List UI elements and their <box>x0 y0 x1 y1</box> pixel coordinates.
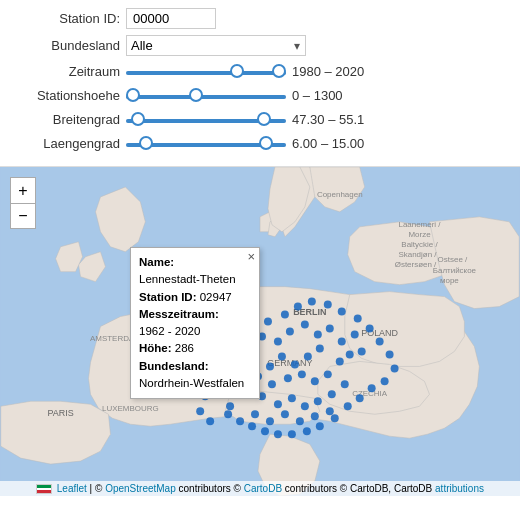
tooltip-hoehe-value: 286 <box>175 342 194 354</box>
svg-point-47 <box>301 402 309 410</box>
svg-point-38 <box>336 357 344 365</box>
tooltip-station-id: Station ID: 02947 <box>139 289 251 306</box>
svg-point-58 <box>226 402 234 410</box>
tooltip-hoehe: Höhe: 286 <box>139 340 251 357</box>
svg-point-33 <box>268 380 276 388</box>
svg-point-49 <box>328 390 336 398</box>
leaflet-flag-icon <box>36 484 52 494</box>
svg-point-27 <box>316 344 324 352</box>
map-zoom-controls: + − <box>10 177 36 229</box>
svg-point-66 <box>294 303 302 311</box>
svg-point-26 <box>351 331 359 339</box>
map-container: GERMANY BELGIUM LUXEMBOURG POLAND CZECHI… <box>0 166 520 496</box>
tooltip-name-label: Name: <box>139 256 174 268</box>
tooltip-bundesland: Bundesland: Nordrhein-Westfalen <box>139 358 251 393</box>
svg-point-82 <box>288 430 296 438</box>
zeitraum-row: Zeitraum 1980 – 2020 <box>10 62 510 80</box>
attribution-link[interactable]: attributions <box>435 483 484 494</box>
station-id-row: Station ID: <box>10 8 510 29</box>
breitengrad-range-value: 47.30 – 55.1 <box>292 112 364 127</box>
svg-text:Laanemeri /: Laanemeri / <box>398 220 441 229</box>
svg-point-39 <box>346 350 354 358</box>
svg-point-29 <box>291 360 299 368</box>
svg-point-23 <box>314 331 322 339</box>
tooltip-name-value: Lennestadt-Theten <box>139 273 236 285</box>
attribution-text: contributors © CartoDB, CartoDB <box>285 483 432 494</box>
tooltip-bundesland-value: Nordrhein-Westfalen <box>139 377 244 389</box>
svg-point-55 <box>296 417 304 425</box>
svg-point-85 <box>248 422 256 430</box>
bundesland-label: Bundesland <box>10 38 120 53</box>
svg-point-57 <box>326 407 334 415</box>
tooltip-close-button[interactable]: × <box>247 250 255 263</box>
svg-point-80 <box>316 422 324 430</box>
svg-point-89 <box>196 407 204 415</box>
svg-text:LUXEMBOURG: LUXEMBOURG <box>102 404 159 413</box>
osm-link[interactable]: OpenStreetMap <box>105 483 176 494</box>
svg-point-34 <box>284 374 292 382</box>
svg-point-46 <box>288 394 296 402</box>
laengengrad-range-value: 6.00 – 15.00 <box>292 136 364 151</box>
svg-point-30 <box>278 352 286 360</box>
tooltip-bundesland-label: Bundesland: <box>139 360 209 372</box>
breitengrad-label: Breitengrad <box>10 112 120 127</box>
laengengrad-label: Laengengrad <box>10 136 120 151</box>
svg-point-88 <box>206 417 214 425</box>
svg-point-86 <box>236 417 244 425</box>
svg-point-36 <box>311 377 319 385</box>
laengengrad-row: Laengengrad 6.00 – 15.00 <box>10 134 510 152</box>
svg-point-75 <box>381 377 389 385</box>
tooltip-messzeitraum-label: Messzeitraum: <box>139 308 219 320</box>
svg-text:Балтийское: Балтийское <box>433 266 477 275</box>
zoom-in-button[interactable]: + <box>10 177 36 203</box>
svg-point-48 <box>314 397 322 405</box>
svg-point-56 <box>311 412 319 420</box>
svg-point-79 <box>331 414 339 422</box>
tooltip-station-id-label: Station ID: <box>139 291 197 303</box>
svg-point-20 <box>274 337 282 345</box>
stationshoehe-row: Stationshoehe 0 – 1300 <box>10 86 510 104</box>
svg-point-37 <box>324 370 332 378</box>
bundesland-select-wrapper: Alle Baden-Württemberg Bayern Berlin Bra… <box>126 35 306 56</box>
svg-point-22 <box>301 321 309 329</box>
tooltip-hoehe-label: Höhe: <box>139 342 172 354</box>
stationshoehe-slider <box>126 86 286 104</box>
svg-point-21 <box>286 328 294 336</box>
svg-text:Østersøen /: Østersøen / <box>395 260 437 269</box>
svg-point-67 <box>308 298 316 306</box>
svg-point-72 <box>376 337 384 345</box>
svg-point-40 <box>358 347 366 355</box>
svg-point-74 <box>391 364 399 372</box>
svg-point-71 <box>366 325 374 333</box>
map-tooltip: × Name: Lennestadt-Theten Station ID: 02… <box>130 247 260 399</box>
map-svg: GERMANY BELGIUM LUXEMBOURG POLAND CZECHI… <box>0 167 520 496</box>
bundesland-select[interactable]: Alle Baden-Württemberg Bayern Berlin Bra… <box>126 35 306 56</box>
svg-point-50 <box>341 380 349 388</box>
svg-text:GERMANY: GERMANY <box>267 358 312 368</box>
station-id-label: Station ID: <box>10 11 120 26</box>
svg-point-25 <box>338 337 346 345</box>
carto-link[interactable]: CartoDB <box>244 483 282 494</box>
zeitraum-label: Zeitraum <box>10 64 120 79</box>
laengengrad-slider <box>126 134 286 152</box>
station-id-input[interactable] <box>126 8 216 29</box>
svg-point-73 <box>386 350 394 358</box>
svg-point-65 <box>281 311 289 319</box>
attribution-separator: | © <box>90 483 106 494</box>
svg-point-64 <box>264 318 272 326</box>
zeitraum-slider <box>126 62 286 80</box>
stationshoehe-label: Stationshoehe <box>10 88 120 103</box>
controls-panel: Station ID: Bundesland Alle Baden-Württe… <box>0 0 520 166</box>
leaflet-link[interactable]: Leaflet <box>57 483 87 494</box>
stationshoehe-range-value: 0 – 1300 <box>292 88 343 103</box>
svg-point-77 <box>356 394 364 402</box>
tooltip-station-id-value: 02947 <box>200 291 232 303</box>
svg-text:Morze: Morze <box>408 230 431 239</box>
svg-point-76 <box>368 384 376 392</box>
svg-text:Skandjøn /: Skandjøn / <box>398 250 437 259</box>
zoom-out-button[interactable]: − <box>10 203 36 229</box>
attribution-contributors: contributors © <box>179 483 244 494</box>
svg-point-28 <box>304 352 312 360</box>
svg-point-87 <box>224 410 232 418</box>
svg-point-31 <box>266 362 274 370</box>
